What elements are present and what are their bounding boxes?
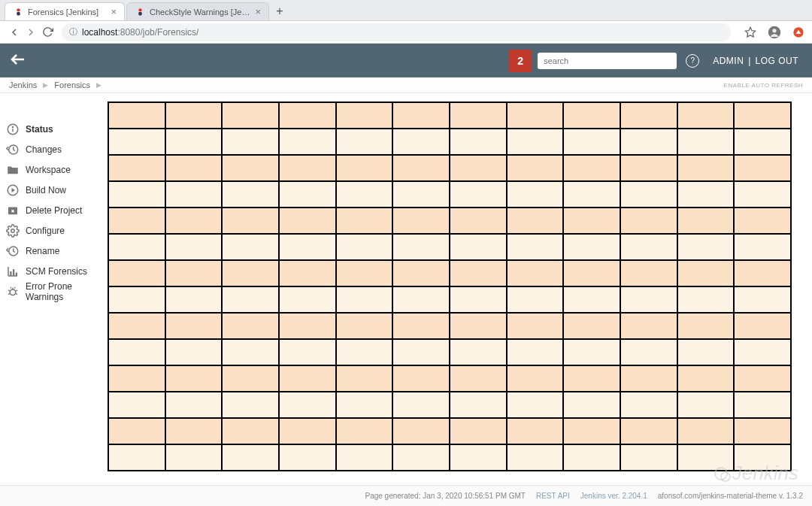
sidebar-item-scm-forensics[interactable]: SCM Forensics (6, 262, 103, 281)
table-cell (620, 181, 677, 208)
svg-rect-24 (13, 269, 14, 276)
table-cell (734, 155, 791, 181)
sidebar-item-error-prone-warnings[interactable]: Error Prone Warnings (6, 282, 103, 301)
table-cell (165, 260, 223, 286)
favicon-icon (13, 7, 23, 17)
table-cell (563, 234, 620, 260)
sidebar-item-label: Build Now (26, 185, 66, 195)
sidebar-item-label: Delete Project (26, 205, 82, 216)
table-cell (279, 339, 336, 365)
sidebar-item-label: Rename (26, 246, 59, 256)
table-cell (677, 260, 735, 286)
logout-link[interactable]: LOG OUT (755, 56, 798, 66)
notification-badge[interactable]: 2 (509, 50, 532, 72)
rest-api-link[interactable]: REST API (536, 492, 570, 500)
table-cell (677, 418, 735, 444)
table-cell (279, 418, 336, 444)
table-cell (734, 418, 791, 444)
table-cell (336, 392, 393, 418)
back-arrow-icon[interactable] (9, 50, 27, 71)
table-cell (222, 286, 279, 313)
table-cell (222, 208, 279, 234)
table-cell (279, 155, 336, 181)
table-cell (563, 129, 620, 155)
table-cell (450, 418, 507, 444)
table-cell (336, 181, 393, 208)
table-cell (165, 444, 223, 471)
sidebar-item-changes[interactable]: Changes (6, 140, 103, 159)
svg-point-19 (11, 229, 15, 233)
table-cell (279, 392, 336, 418)
sidebar-item-workspace[interactable]: Workspace (6, 160, 103, 180)
sidebar-item-label: SCM Forensics (26, 266, 87, 277)
url-text: localhost:8080/job/Forensics/ (82, 27, 198, 38)
table-row (108, 444, 791, 471)
close-icon[interactable]: × (111, 7, 117, 17)
browser-tab[interactable]: CheckStyle Warnings [Jenkins] × (126, 2, 269, 20)
table-cell (563, 286, 620, 313)
data-grid (108, 102, 792, 471)
close-icon[interactable]: × (255, 7, 261, 17)
table-cell (165, 208, 223, 234)
table-cell (222, 365, 279, 392)
table-cell (450, 102, 507, 129)
back-button[interactable] (6, 24, 23, 41)
bug-icon (6, 285, 20, 298)
profile-icon[interactable] (767, 25, 782, 40)
table-cell (450, 181, 507, 208)
table-row (108, 155, 791, 181)
sidebar: StatusChangesWorkspaceBuild NowDelete Pr… (0, 93, 108, 484)
search-input[interactable] (538, 53, 677, 69)
table-cell (620, 102, 677, 129)
sidebar-item-rename[interactable]: Rename (6, 241, 103, 261)
table-cell (108, 129, 165, 155)
sidebar-item-configure[interactable]: Configure (6, 221, 103, 241)
table-row (108, 365, 791, 392)
table-cell (165, 313, 223, 339)
breadcrumb-item[interactable]: Jenkins (9, 80, 37, 89)
admin-link[interactable]: ADMIN (713, 56, 744, 66)
svg-line-33 (14, 287, 15, 289)
svg-rect-3 (138, 12, 141, 15)
table-cell (734, 129, 791, 155)
sidebar-item-delete-project[interactable]: Delete Project (6, 201, 103, 220)
new-tab-button[interactable]: + (271, 2, 289, 20)
table-cell (677, 181, 735, 208)
site-info-icon[interactable]: ⓘ (69, 26, 77, 38)
info-icon (6, 123, 20, 136)
table-row (108, 102, 791, 129)
breadcrumb-item[interactable]: Forensics (54, 80, 90, 89)
table-cell (677, 365, 735, 392)
star-icon[interactable] (743, 25, 758, 40)
table-cell (677, 286, 735, 313)
extension-icon[interactable] (791, 25, 806, 40)
page-body: StatusChangesWorkspaceBuild NowDelete Pr… (0, 93, 812, 484)
play-icon (6, 183, 20, 197)
table-cell (507, 392, 564, 418)
auto-refresh-link[interactable]: ENABLE AUTO REFRESH (724, 82, 803, 89)
table-cell (108, 286, 165, 313)
version-link[interactable]: Jenkins ver. 2.204.1 (580, 492, 647, 500)
svg-point-0 (17, 8, 20, 11)
table-cell (450, 365, 507, 392)
help-icon[interactable]: ? (686, 54, 699, 68)
table-cell (336, 208, 393, 234)
forward-button[interactable] (23, 24, 39, 41)
table-cell (336, 129, 393, 155)
browser-tab[interactable]: Forensics [Jenkins] × (5, 2, 125, 20)
table-cell (279, 444, 336, 471)
table-cell (734, 339, 791, 365)
table-cell (507, 418, 564, 444)
table-cell (620, 286, 677, 313)
table-cell (563, 365, 620, 392)
table-cell (677, 444, 735, 471)
table-cell (734, 102, 791, 129)
url-field[interactable]: ⓘ localhost:8080/job/Forensics/ (62, 23, 731, 41)
table-cell (507, 286, 564, 313)
table-cell (507, 102, 564, 129)
reload-button[interactable] (39, 24, 56, 41)
table-cell (222, 260, 279, 286)
sidebar-item-build-now[interactable]: Build Now (6, 180, 103, 200)
table-cell (279, 234, 336, 260)
sidebar-item-status[interactable]: Status (6, 120, 103, 139)
